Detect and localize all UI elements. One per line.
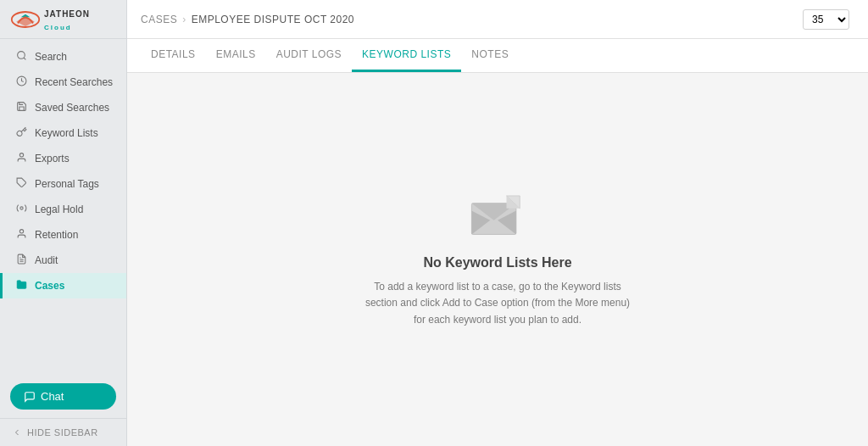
breadcrumb-separator: › (182, 14, 186, 25)
tab-details[interactable]: DETAILS (141, 38, 206, 72)
svg-point-7 (19, 207, 22, 209)
breadcrumb-current: EMPLOYEE DISPUTE OCT 2020 (192, 14, 354, 25)
sidebar-item-label: Personal Tags (35, 178, 99, 190)
saved-icon (14, 101, 28, 114)
topbar-right: 35 50 100 (803, 9, 854, 30)
svg-marker-1 (16, 15, 35, 26)
page-size-select[interactable]: 35 50 100 (803, 9, 849, 30)
topbar: CASES › EMPLOYEE DISPUTE OCT 2020 35 50 … (127, 0, 868, 39)
empty-state: No Keyword Lists Here To add a keyword l… (345, 174, 650, 345)
sidebar-item-recent-searches[interactable]: Recent Searches (0, 70, 126, 95)
main-content: CASES › EMPLOYEE DISPUTE OCT 2020 35 50 … (127, 0, 868, 446)
tab-emails[interactable]: EMAILS (206, 38, 266, 72)
chat-button-label: Chat (41, 390, 64, 403)
tags-icon (14, 177, 28, 191)
audit-icon (14, 254, 28, 267)
legal-hold-icon (14, 203, 28, 216)
sidebar-item-audit[interactable]: Audit (0, 248, 126, 273)
cases-icon (14, 279, 28, 293)
hide-icon (12, 427, 22, 438)
svg-point-5 (19, 153, 23, 157)
sidebar-item-retention[interactable]: Retention (0, 222, 126, 248)
export-icon (14, 152, 28, 165)
empty-state-description: To add a keyword list to a case, go to t… (362, 279, 633, 328)
logo: JATHEON Cloud (0, 0, 126, 39)
breadcrumb-root: CASES (141, 14, 177, 25)
chat-icon (24, 391, 36, 403)
breadcrumb: CASES › EMPLOYEE DISPUTE OCT 2020 (141, 14, 354, 25)
sidebar-item-label: Saved Searches (35, 102, 109, 114)
sidebar-item-label: Search (35, 51, 67, 63)
empty-state-icon (468, 191, 527, 242)
content-area: No Keyword Lists Here To add a keyword l… (127, 73, 868, 446)
logo-icon (10, 8, 41, 31)
sidebar-item-label: Keyword Lists (35, 127, 98, 139)
tabs-bar: DETAILS EMAILS AUDIT LOGS KEYWORD LISTS … (127, 39, 868, 73)
tab-keyword-lists[interactable]: KEYWORD LISTS (352, 38, 461, 72)
sidebar-item-keyword-lists[interactable]: Keyword Lists (0, 120, 126, 146)
sidebar-item-legal-hold[interactable]: Legal Hold (0, 197, 126, 222)
sidebar-item-label: Audit (35, 254, 58, 266)
sidebar-item-label: Retention (35, 229, 78, 241)
svg-point-8 (19, 230, 23, 233)
sidebar: JATHEON Cloud Search Recent Searches Sav… (0, 0, 127, 446)
hide-sidebar-label: HIDE SIDEBAR (27, 427, 98, 438)
sidebar-navigation: Search Recent Searches Saved Searches Ke… (0, 39, 126, 375)
empty-state-title: No Keyword Lists Here (423, 255, 571, 270)
sidebar-item-search[interactable]: Search (0, 44, 126, 70)
sidebar-item-cases[interactable]: Cases (0, 273, 126, 298)
search-icon (14, 50, 28, 64)
svg-point-2 (17, 52, 25, 59)
sidebar-item-exports[interactable]: Exports (0, 146, 126, 171)
sidebar-item-saved-searches[interactable]: Saved Searches (0, 95, 126, 120)
hide-sidebar-button[interactable]: HIDE SIDEBAR (0, 418, 126, 446)
tab-audit-logs[interactable]: AUDIT LOGS (266, 38, 352, 72)
sidebar-item-label: Recent Searches (35, 76, 113, 88)
retention-icon (14, 228, 28, 242)
sidebar-item-label: Legal Hold (35, 203, 83, 215)
sidebar-item-label: Exports (35, 153, 70, 164)
logo-text: JATHEON Cloud (44, 7, 90, 32)
keyword-icon (14, 126, 28, 140)
chat-button[interactable]: Chat (10, 383, 116, 410)
sidebar-item-personal-tags[interactable]: Personal Tags (0, 171, 126, 197)
svg-line-3 (24, 58, 25, 59)
recent-icon (14, 75, 28, 89)
sidebar-item-label: Cases (35, 280, 64, 292)
tab-notes[interactable]: NOTES (461, 38, 519, 72)
